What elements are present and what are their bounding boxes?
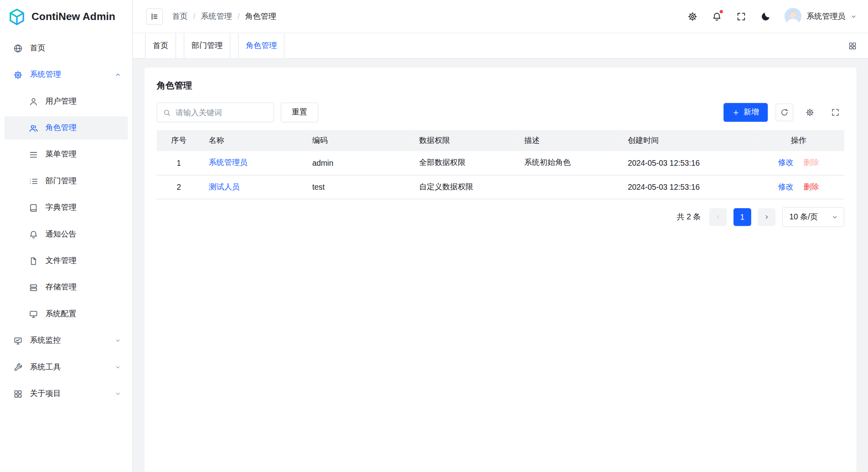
user-menu[interactable]: 系统管理员	[784, 8, 857, 25]
table-row: 1 系统管理员 admin 全部数据权限 系统初始角色 2024-05-03 1…	[156, 151, 844, 175]
monitor-icon	[13, 336, 23, 345]
add-button[interactable]: 新增	[724, 103, 768, 122]
sidebar-item-about-project[interactable]: 关于项目	[4, 382, 128, 405]
sidebar-item-dept-management[interactable]: 部门管理	[4, 169, 128, 193]
edit-link[interactable]: 修改	[778, 182, 794, 191]
pagination-next-button[interactable]	[758, 208, 776, 225]
edit-link[interactable]: 修改	[778, 158, 794, 167]
table-header-row: 序号 名称 编码 数据权限 描述 创建时间 操作	[156, 130, 844, 151]
notification-bell-icon[interactable]	[712, 11, 723, 22]
column-header-created-at: 创建时间	[620, 130, 753, 151]
sidebar: ContiNew Admin 首页 系统管理 用户管理 角色管理	[0, 0, 133, 472]
cell-description	[517, 175, 620, 199]
refresh-button[interactable]	[776, 104, 793, 121]
table-settings-button[interactable]	[801, 104, 819, 121]
tab-home[interactable]: 首页	[145, 33, 176, 58]
cell-index: 2	[156, 175, 201, 199]
toolbar-right: 新增	[724, 103, 844, 122]
brand-name: ContiNew Admin	[32, 10, 115, 22]
sidebar-item-label: 关于项目	[30, 389, 108, 399]
header-actions: 系统管理员	[687, 8, 857, 25]
bell-icon	[29, 229, 38, 239]
reset-button[interactable]: 重置	[281, 102, 318, 123]
sidebar-item-menu-management[interactable]: 菜单管理	[4, 143, 128, 166]
file-icon	[29, 256, 38, 266]
settings-gear-icon[interactable]	[687, 11, 698, 22]
tab-dept-management[interactable]: 部门管理	[184, 33, 230, 58]
table-fullscreen-button[interactable]	[826, 104, 844, 121]
apps-grid-icon	[13, 389, 23, 399]
role-name-link[interactable]: 系统管理员	[209, 158, 248, 167]
dark-mode-moon-icon[interactable]	[760, 11, 771, 22]
sidebar-item-label: 角色管理	[45, 123, 121, 133]
brand: ContiNew Admin	[0, 0, 132, 33]
column-header-data-scope: 数据权限	[411, 130, 517, 151]
role-management-card: 角色管理 重置 新增	[144, 68, 856, 472]
column-header-description: 描述	[517, 130, 620, 151]
chevron-down-icon	[832, 213, 838, 220]
chevron-down-icon	[850, 13, 857, 20]
breadcrumb-item[interactable]: 首页	[172, 11, 188, 21]
search-input[interactable]	[176, 108, 268, 117]
breadcrumb: 首页 / 系统管理 / 角色管理	[172, 11, 276, 21]
user-name: 系统管理员	[806, 11, 845, 21]
sidebar-item-label: 菜单管理	[45, 149, 121, 159]
book-icon	[29, 203, 38, 213]
sidebar-item-label: 系统管理	[30, 70, 108, 80]
cell-data-scope: 自定义数据权限	[411, 175, 517, 199]
sidebar-item-storage-management[interactable]: 存储管理	[4, 276, 128, 299]
role-name-link[interactable]: 测试人员	[209, 182, 240, 191]
fullscreen-icon[interactable]	[736, 11, 747, 22]
cell-created-at: 2024-05-03 12:53:16	[620, 175, 753, 199]
sidebar-item-system-tools[interactable]: 系统工具	[4, 356, 128, 379]
app-root: ContiNew Admin 首页 系统管理 用户管理 角色管理	[0, 0, 868, 472]
pagination-page-1[interactable]: 1	[734, 208, 751, 225]
expand-icon	[831, 108, 840, 117]
breadcrumb-item-current: 角色管理	[245, 11, 276, 21]
sidebar-item-home[interactable]: 首页	[4, 36, 128, 60]
pagination: 共 2 条 1 10 条/页	[156, 207, 844, 227]
cell-description: 系统初始角色	[517, 151, 620, 175]
tab-label: 首页	[153, 41, 168, 51]
cell-index: 1	[156, 151, 201, 175]
sidebar-item-label: 系统配置	[45, 309, 121, 319]
sidebar-item-role-management[interactable]: 角色管理	[4, 116, 128, 139]
tab-actions	[848, 33, 868, 58]
cell-code: admin	[305, 151, 411, 175]
delete-link[interactable]: 删除	[804, 182, 819, 191]
tab-bar: 首页 部门管理 角色管理	[133, 33, 868, 59]
page-title: 角色管理	[156, 80, 844, 92]
page-size-select[interactable]: 10 条/页	[782, 207, 844, 227]
sidebar-item-system-config[interactable]: 系统配置	[4, 302, 128, 325]
tab-label: 角色管理	[246, 41, 277, 51]
chevron-down-icon	[114, 364, 121, 371]
tab-role-management[interactable]: 角色管理	[238, 33, 285, 58]
brand-logo-icon	[8, 8, 26, 26]
sidebar-item-system-management[interactable]: 系统管理	[4, 63, 128, 86]
sidebar-item-dict-management[interactable]: 字典管理	[4, 196, 128, 219]
gear-icon	[806, 108, 814, 117]
storage-icon	[29, 283, 38, 292]
chevron-left-icon	[715, 213, 722, 220]
breadcrumb-separator: /	[237, 12, 239, 21]
sidebar-item-label: 系统监控	[30, 335, 108, 345]
column-header-operation: 操作	[753, 130, 844, 151]
sidebar-menu: 首页 系统管理 用户管理 角色管理 菜单管理 部门管理	[0, 33, 132, 412]
add-button-label: 新增	[744, 107, 759, 117]
sidebar-item-user-management[interactable]: 用户管理	[4, 90, 128, 113]
sidebar-item-system-monitor[interactable]: 系统监控	[4, 329, 128, 352]
globe-icon	[13, 44, 23, 53]
user-group-icon	[29, 123, 38, 133]
tab-label: 部门管理	[192, 41, 223, 51]
sidebar-collapse-button[interactable]	[146, 8, 162, 24]
sidebar-item-label: 字典管理	[45, 203, 121, 213]
sidebar-item-label: 存储管理	[45, 282, 121, 292]
breadcrumb-item[interactable]: 系统管理	[201, 11, 232, 21]
column-header-code: 编码	[305, 130, 411, 151]
sidebar-item-file-management[interactable]: 文件管理	[4, 249, 128, 272]
cell-data-scope: 全部数据权限	[411, 151, 517, 175]
search-icon	[163, 108, 171, 116]
tabs-menu-grid-icon[interactable]	[848, 41, 857, 50]
sidebar-item-notice[interactable]: 通知公告	[4, 223, 128, 246]
chevron-up-icon	[114, 71, 121, 78]
